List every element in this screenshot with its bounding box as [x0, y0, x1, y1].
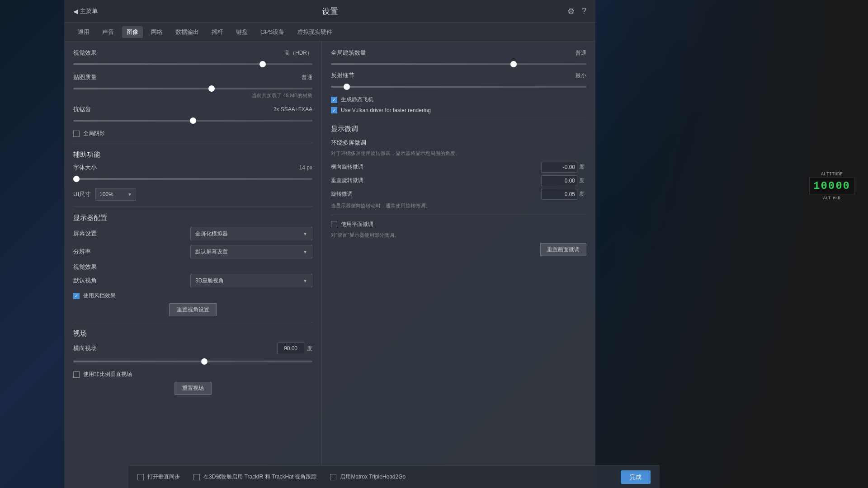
horizontal-fov-input[interactable] [277, 343, 304, 354]
visual-effect-row: 视觉效果 [73, 263, 312, 271]
tab-gps[interactable]: GPS设备 [256, 26, 289, 38]
triplehead-checkbox[interactable] [330, 474, 336, 480]
tab-keyboard[interactable]: 键盘 [231, 26, 252, 38]
trackir-row[interactable]: 在3D驾驶舱启用 TrackIR 和 TrackHat 视角跟踪 [193, 473, 316, 481]
alt-hld-label: ALT HLD [809, 196, 854, 201]
tab-vr[interactable]: 虚拟现实硬件 [292, 26, 337, 38]
ui-size-select[interactable]: 100% ▼ [95, 188, 136, 201]
reset-view-button[interactable]: 重置视角设置 [169, 303, 217, 316]
multi-screen-heading: 环绕多屏微调 [331, 139, 586, 147]
default-view-select[interactable]: 3D座舱视角 ▼ [190, 274, 312, 287]
display-config-heading: 显示器配置 [73, 214, 312, 222]
back-arrow-icon: ◀ [73, 8, 78, 15]
finish-button[interactable]: 完成 [621, 470, 651, 484]
visual-effect-label: 视觉效果 [73, 263, 97, 271]
font-size-value: 14 px [299, 164, 312, 171]
reflection-section: 反射细节 最小 [331, 71, 586, 89]
tab-graphics[interactable]: 图像 [122, 26, 143, 38]
font-size-slider[interactable] [73, 178, 312, 180]
settings-header: ◀ 主菜单 设置 ⚙ ? [64, 0, 595, 23]
ui-size-arrow-icon: ▼ [127, 192, 132, 197]
reset-flat-button[interactable]: 重置画面微调 [540, 243, 586, 256]
screen-setting-label: 屏幕设置 [73, 230, 97, 238]
static-aircraft-checkbox[interactable] [331, 97, 337, 103]
wind-effect-row[interactable]: 使用风挡效果 [73, 292, 312, 300]
global-shadow-label: 全局阴影 [83, 130, 105, 137]
rotation-finetune-sub: 当显示器侧向旋转动时，通常使用旋转微调。 [331, 202, 586, 209]
vulkan-checkbox[interactable] [331, 107, 337, 113]
horizontal-rotate-input[interactable] [541, 162, 577, 173]
horizontal-rotate-label: 横向旋转微调 [331, 163, 541, 171]
static-aircraft-label: 生成静态飞机 [341, 96, 373, 103]
vertical-sync-label: 打开垂直同步 [147, 473, 180, 481]
tabs-bar: 通用 声音 图像 网络 数据输出 摇杆 键盘 GPS设备 虚拟现实硬件 [64, 23, 595, 42]
trackir-label: 在3D驾驶舱启用 TrackIR 和 TrackHat 视角跟踪 [203, 473, 316, 481]
rotation-finetune-unit: 度 [577, 190, 586, 198]
default-view-label: 默认视角 [73, 277, 97, 285]
trackir-checkbox[interactable] [193, 474, 200, 480]
global-buildings-value: 普通 [576, 49, 586, 57]
left-panel: 视觉效果 高（HDR） 贴图质量 普通 当前共加载了 48 MB的材质 抗锯齿 … [64, 42, 322, 465]
back-button[interactable]: ◀ 主菜单 [73, 7, 98, 15]
wind-effect-checkbox[interactable] [73, 293, 80, 299]
default-view-arrow-icon: ▼ [303, 278, 307, 283]
right-panel: 全局建筑数量 普通 反射细节 最小 生成静态飞机 [322, 42, 595, 465]
reflection-label: 反射细节 [331, 71, 354, 80]
vertical-sync-checkbox[interactable] [137, 474, 144, 480]
tab-general[interactable]: 通用 [73, 26, 94, 38]
vertical-rotate-input[interactable] [541, 175, 577, 186]
non-proportional-row[interactable]: 使用非比例垂直视场 [73, 371, 312, 378]
horizontal-fov-slider[interactable] [73, 361, 312, 362]
tab-data-output[interactable]: 数据输出 [171, 26, 203, 38]
global-shadow-checkbox[interactable] [73, 131, 80, 137]
anti-aliasing-slider[interactable] [73, 120, 312, 122]
assist-heading: 辅助功能 [73, 150, 312, 159]
font-size-label: 字体大小 [73, 164, 97, 172]
triplehead-label: 启用Matrox TripleHead2Go [340, 473, 406, 481]
anti-aliasing-label: 抗锯齿 [73, 105, 91, 113]
multi-screen-desc: 对于环绕多屏使用旋转微调，显示器将显示您周围的角度。 [331, 150, 586, 157]
global-shadow-row[interactable]: 全局阴影 [73, 130, 312, 137]
font-size-section: 字体大小 14 px [73, 164, 312, 182]
screen-setting-select[interactable]: 全屏化模拟器 ▼ [190, 227, 312, 240]
static-aircraft-row[interactable]: 生成静态飞机 [331, 96, 586, 103]
resolution-select[interactable]: 默认屏幕设置 ▼ [190, 245, 312, 258]
rotation-finetune-input[interactable] [541, 189, 577, 200]
reflection-slider[interactable] [331, 86, 586, 88]
visual-quality-value: 高（HDR） [284, 49, 312, 57]
horizontal-fov-label: 横向视场 [73, 344, 97, 352]
vulkan-row[interactable]: Use Vulkan driver for faster rendering [331, 107, 586, 113]
fov-heading: 视场 [73, 329, 312, 338]
back-label: 主菜单 [80, 7, 98, 15]
altitude-label: ALTITUDE [809, 172, 854, 177]
help-icon[interactable]: ? [582, 6, 586, 16]
vertical-rotate-unit: 度 [577, 177, 586, 184]
reset-fov-button[interactable]: 重置视场 [175, 382, 212, 395]
texture-quality-slider[interactable] [73, 88, 312, 89]
flat-screen-checkbox[interactable] [331, 221, 337, 227]
tab-audio[interactable]: 声音 [98, 26, 118, 38]
vertical-rotate-row: 垂直旋转微调 度 [331, 175, 586, 186]
vertical-sync-row[interactable]: 打开垂直同步 [137, 473, 180, 481]
screen-setting-row: 屏幕设置 全屏化模拟器 ▼ [73, 227, 312, 240]
visual-quality-slider[interactable] [73, 63, 312, 65]
tab-network[interactable]: 网络 [146, 26, 167, 38]
horizontal-fov-unit: 度 [307, 345, 312, 352]
anti-aliasing-section: 抗锯齿 2x SSAA+FXAA [73, 105, 312, 123]
texture-quality-label: 贴图质量 [73, 73, 97, 81]
header-icons: ⚙ ? [567, 6, 586, 16]
triplehead-row[interactable]: 启用Matrox TripleHead2Go [330, 473, 406, 481]
cockpit-overlay [597, 0, 868, 488]
global-buildings-slider[interactable] [331, 63, 586, 65]
anti-aliasing-value: 2x SSAA+FXAA [274, 106, 312, 113]
ui-size-row: UI尺寸 100% ▼ [73, 188, 312, 201]
settings-icon[interactable]: ⚙ [567, 6, 575, 16]
non-proportional-checkbox[interactable] [73, 371, 80, 378]
tab-joystick[interactable]: 摇杆 [207, 26, 228, 38]
reflection-value: 最小 [576, 72, 586, 80]
texture-quality-value: 普通 [302, 74, 312, 81]
default-view-row: 默认视角 3D座舱视角 ▼ [73, 274, 312, 287]
ui-size-label: UI尺寸 [73, 190, 91, 198]
flat-screen-row[interactable]: 使用平面微调 [331, 221, 586, 228]
flat-screen-desc: 对"墙面"显示器使用部分微调。 [331, 232, 586, 239]
